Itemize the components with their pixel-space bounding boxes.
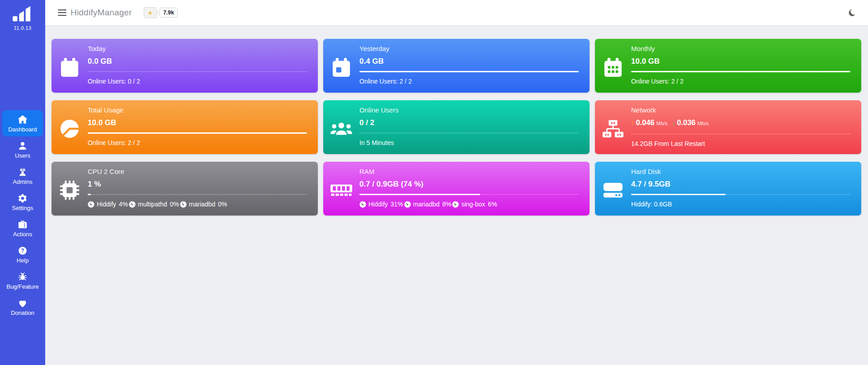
card-title: Online Users (359, 106, 579, 115)
progress-bar (359, 71, 579, 72)
download-arrow-icon: ↓ (672, 117, 676, 128)
sidebar-item-settings[interactable]: Settings (2, 189, 43, 215)
tachometer-icon (452, 201, 461, 208)
upload-unit: Mb/s (656, 118, 668, 129)
card-value: 0.0 GB (88, 56, 307, 67)
sidebar-item-label: Bug/Feature (6, 284, 39, 290)
progress-bar (359, 132, 579, 134)
sidebar-item-users[interactable]: Users (2, 136, 43, 163)
progress-bar (88, 194, 307, 195)
card-value: 0.7 / 0.9GB (74 %) (359, 178, 579, 190)
process-name: Hiddify (97, 199, 116, 210)
card-hard-disk: Hard Disk4.7 / 9.5GBHiddify: 0.6GB (595, 162, 861, 215)
star-count: 7.9k (160, 8, 178, 18)
card-network: Network↑0.046Mb/s↓0.036Mb/s14.2GB From L… (595, 100, 861, 154)
card-title: Network (631, 106, 850, 115)
download-speed: 0.036 (677, 117, 695, 128)
sidebar-item-actions[interactable]: Actions (2, 215, 43, 241)
card-footer: Online Users: 2 / 2 (88, 137, 307, 148)
card-footer: Online Users: 2 / 2 (631, 76, 850, 87)
card-total-usage: Total Usage10.0 GBOnline Users: 2 / 2 (52, 100, 318, 154)
memory-icon (323, 163, 359, 217)
process-name: Hiddify (368, 199, 388, 210)
card-title: CPU 2 Core (88, 167, 307, 176)
card-footer: Hiddify4%multipathd0%mariadbd0% (88, 199, 307, 210)
tachometer-icon (88, 201, 97, 208)
process-name: mariadbd (189, 199, 215, 210)
card-today: Today0.0 GBOnline Users: 0 / 2 (52, 39, 318, 93)
card-footer: Online Users: 2 / 2 (359, 76, 579, 87)
dark-mode-toggle-moon-icon[interactable] (847, 8, 856, 18)
process-stat: Hiddify4% (88, 199, 128, 210)
user-icon (18, 140, 28, 151)
progress-bar (359, 194, 579, 195)
sidebar-item-label: Users (15, 153, 30, 159)
sidebar-item-admins[interactable]: Admins (2, 163, 43, 189)
admin-user-icon (18, 167, 28, 178)
bug-icon (18, 271, 28, 282)
sidebar-item-label: Donation (11, 310, 34, 316)
process-value: 6% (488, 199, 497, 210)
card-footer: 14.2GB From Last Restart (631, 138, 850, 149)
tachometer-icon (180, 201, 189, 208)
card-online-users: Online Users0 / 2In 5 Minutes (323, 100, 590, 154)
process-value: 4% (119, 199, 128, 210)
progress-bar (88, 71, 307, 72)
star-icon: ★ (144, 7, 157, 18)
chart-pie-icon (52, 102, 88, 155)
sidebar-item-bug-feature[interactable]: Bug/Feature (2, 267, 43, 294)
progress-bar (631, 71, 850, 72)
home-icon (17, 114, 28, 125)
tachometer-icon (404, 201, 413, 208)
sidebar: 11.0.13 DashboardUsersAdminsSettingsActi… (0, 0, 45, 365)
card-title: Today (88, 44, 307, 53)
gear-icon (18, 193, 28, 204)
calendar-day-icon (323, 40, 359, 94)
card-value: ↑0.046Mb/s↓0.036Mb/s (631, 117, 850, 129)
process-name: multipathd (138, 199, 167, 210)
card-monthly: Monthly10.0 GBOnline Users: 2 / 2 (595, 39, 861, 93)
card-footer: Online Users: 0 / 2 (88, 76, 307, 87)
card-value: 0 / 2 (359, 117, 579, 128)
sidebar-item-donation[interactable]: Donation (2, 294, 43, 320)
calendar-icon (52, 40, 88, 94)
upload-arrow-icon: ↑ (631, 117, 635, 128)
card-footer: In 5 Minutes (359, 137, 579, 148)
card-title: Total Usage (88, 106, 307, 115)
sidebar-item-label: Admins (13, 179, 32, 185)
app-version: 11.0.13 (0, 25, 45, 31)
page-title: HiddifyManager (71, 8, 132, 18)
hiddify-logo-icon (0, 0, 45, 23)
briefcase-icon (18, 219, 28, 230)
process-name: mariadbd (413, 199, 439, 210)
svg-text:?: ? (21, 248, 24, 254)
microchip-icon (52, 163, 88, 217)
dashboard-grid: Today0.0 GBOnline Users: 0 / 2Yesterday0… (52, 39, 861, 215)
process-stat: Hiddify31% (359, 199, 403, 210)
card-yesterday: Yesterday0.4 GBOnline Users: 2 / 2 (323, 39, 590, 93)
sidebar-item-dashboard[interactable]: Dashboard (2, 110, 43, 136)
hdd-icon (595, 163, 631, 217)
process-value: 0% (170, 199, 179, 210)
process-stat: multipathd0% (129, 199, 179, 210)
sidebar-item-help[interactable]: ?Help (2, 241, 43, 267)
topbar: HiddifyManager ★ 7.9k (45, 0, 868, 26)
upload-speed: 0.046 (636, 117, 655, 128)
calendar-days-icon (595, 40, 631, 94)
card-value: 4.7 / 9.5GB (631, 178, 850, 190)
process-stat: mariadbd0% (180, 199, 227, 210)
question-circle-icon: ? (18, 245, 28, 256)
sidebar-nav: DashboardUsersAdminsSettingsActions?Help… (0, 110, 45, 320)
card-title: Hard Disk (631, 167, 850, 176)
card-value: 10.0 GB (88, 117, 307, 128)
github-star-badge[interactable]: ★ 7.9k (144, 7, 178, 18)
process-name: sing-box (461, 199, 485, 210)
users-icon (323, 102, 359, 155)
card-footer: Hiddify: 0.6GB (631, 199, 850, 210)
sidebar-item-label: Actions (13, 231, 33, 238)
progress-bar (88, 132, 307, 134)
card-title: Monthly (631, 44, 850, 53)
process-stat: sing-box6% (452, 199, 497, 210)
menu-icon[interactable] (58, 9, 66, 16)
process-value: 0% (218, 199, 227, 210)
